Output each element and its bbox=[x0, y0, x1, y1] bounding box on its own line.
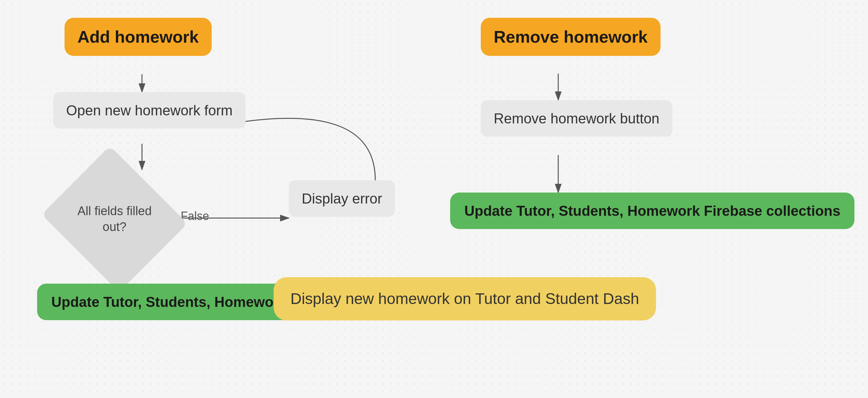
diamond-shape bbox=[42, 146, 188, 292]
open-form-label: Open new homework form bbox=[53, 92, 246, 129]
open-form-node: Open new homework form bbox=[53, 92, 246, 129]
display-error-node: Display error bbox=[289, 180, 395, 217]
add-homework-label: Add homework bbox=[65, 18, 212, 56]
remove-homework-node: Remove homework bbox=[481, 18, 660, 56]
false-label: False bbox=[181, 209, 209, 223]
display-new-homework-node: Display new homework on Tutor and Studen… bbox=[274, 277, 656, 320]
remove-homework-label: Remove homework bbox=[481, 18, 660, 56]
update-firebase-right-node: Update Tutor, Students, Homework Firebas… bbox=[450, 193, 855, 229]
add-homework-node: Add homework bbox=[65, 18, 212, 56]
diamond-node: All fields filled out? bbox=[60, 171, 169, 267]
display-new-homework-label: Display new homework on Tutor and Studen… bbox=[274, 277, 656, 320]
remove-button-node: Remove homework button bbox=[481, 100, 673, 137]
diagram-container: False True Add homework Open new homewor… bbox=[0, 0, 868, 398]
update-firebase-right-label: Update Tutor, Students, Homework Firebas… bbox=[450, 193, 855, 229]
display-error-label: Display error bbox=[289, 180, 395, 217]
remove-button-label: Remove homework button bbox=[481, 100, 673, 137]
